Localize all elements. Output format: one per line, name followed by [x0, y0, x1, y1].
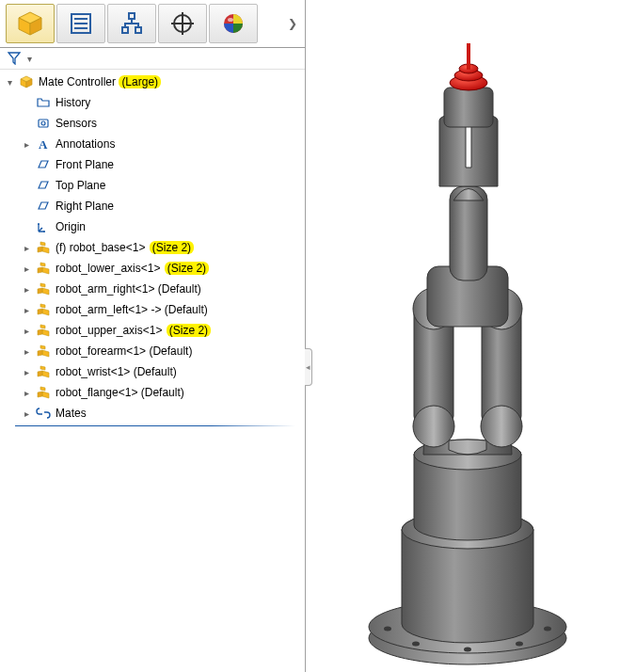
sensor-icon [35, 115, 52, 132]
tree-rollback-bar[interactable] [15, 425, 295, 426]
svg-marker-39 [40, 366, 45, 370]
expand-icon[interactable]: ▸ [21, 283, 32, 295]
annotation-icon: A [35, 136, 52, 152]
svg-rect-8 [122, 27, 128, 33]
feature-tree-panel: ❯ ▾ ▾ Mate Controller (Large) [0, 0, 306, 672]
svg-marker-32 [38, 309, 42, 314]
tree-item-robot-arm-right[interactable]: ▸ robot_arm_right<1> (Default) [21, 279, 305, 299]
expand-icon[interactable]: ▸ [21, 345, 32, 357]
tab-appearance[interactable] [209, 4, 258, 43]
svg-marker-36 [40, 345, 45, 349]
svg-marker-28 [42, 288, 49, 295]
plane-icon [35, 198, 52, 215]
tree-item-label: robot_lower_axis<1> (Size 2) [55, 262, 210, 275]
svg-rect-18 [39, 120, 48, 127]
list-icon [69, 11, 93, 36]
assembly-icon [18, 73, 35, 90]
tree-item-mates[interactable]: ▸ Mates [21, 403, 305, 424]
svg-point-14 [228, 18, 233, 22]
svg-text:A: A [39, 137, 48, 152]
svg-rect-62 [444, 88, 493, 127]
tree-item-label: Mates [55, 407, 87, 420]
tree-item-label: robot_forearm<1> (Default) [55, 344, 193, 358]
tree-item-label: History [55, 96, 91, 109]
svg-point-47 [384, 627, 391, 632]
tree-item-history[interactable]: History [21, 92, 305, 113]
tree-item-robot-forearm[interactable]: ▸ robot_forearm<1> (Default) [21, 341, 305, 361]
expand-icon[interactable]: ▸ [21, 304, 32, 315]
tree-item-label: (f) robot_base<1> (Size 2) [55, 241, 195, 254]
tree-item-robot-lower-axis[interactable]: ▸ robot_lower_axis<1> (Size 2) [21, 258, 305, 279]
expand-icon[interactable]: ▸ [21, 138, 32, 150]
tree-item-label: Right Plane [55, 200, 115, 213]
tree-item-annotations[interactable]: ▸ A Annotations [21, 134, 305, 154]
svg-marker-34 [42, 329, 49, 336]
svg-marker-30 [40, 304, 45, 308]
target-icon [170, 11, 195, 36]
expand-icon[interactable]: ▸ [21, 242, 32, 253]
panel-tab-toolbar: ❯ [0, 0, 305, 48]
svg-point-55 [413, 406, 454, 447]
part-icon [35, 343, 52, 360]
panel-collapse-handle[interactable]: ◂ [305, 348, 312, 386]
tree-item-robot-arm-left[interactable]: ▸ robot_arm_left<1> -> (Default) [21, 299, 305, 320]
part-icon [35, 280, 52, 297]
expand-icon[interactable]: ▸ [21, 408, 32, 419]
tree-item-robot-base[interactable]: ▸ (f) robot_base<1> (Size 2) [21, 237, 305, 258]
funnel-icon[interactable] [6, 50, 23, 67]
graphics-viewport[interactable]: ◂ [306, 0, 620, 672]
tab-dimxpert[interactable] [158, 4, 207, 43]
mates-icon [35, 405, 52, 422]
feature-tree: ▾ Mate Controller (Large) History [0, 70, 305, 672]
tree-item-label: robot_wrist<1> (Default) [55, 365, 178, 378]
svg-marker-25 [42, 267, 49, 274]
svg-marker-40 [42, 371, 49, 377]
tree-item-robot-flange[interactable]: ▸ robot_flange<1> (Default) [21, 382, 305, 403]
svg-marker-44 [38, 392, 42, 397]
tree-item-right-plane[interactable]: Right Plane [21, 196, 305, 216]
tab-configuration-manager[interactable] [107, 4, 156, 43]
part-icon [35, 239, 52, 256]
svg-marker-21 [40, 242, 45, 246]
tab-property-manager[interactable] [56, 4, 105, 43]
filter-dropdown[interactable]: ▾ [24, 53, 35, 64]
tree-item-front-plane[interactable]: Front Plane [21, 154, 305, 175]
origin-icon [35, 218, 52, 235]
tree-item-label: Origin [55, 220, 87, 233]
svg-marker-33 [40, 325, 45, 328]
tree-item-top-plane[interactable]: Top Plane [21, 175, 305, 196]
hierarchy-icon [119, 11, 144, 36]
tree-item-sensors[interactable]: Sensors [21, 113, 305, 134]
filter-row: ▾ [0, 48, 305, 70]
plane-icon [35, 177, 52, 194]
svg-marker-37 [42, 350, 49, 357]
collapse-icon[interactable]: ▾ [4, 76, 15, 88]
expand-icon[interactable]: ▸ [21, 387, 32, 398]
tree-item-label: robot_flange<1> (Default) [55, 386, 185, 399]
expand-icon[interactable]: ▸ [21, 366, 32, 377]
expand-icon[interactable]: ▸ [21, 263, 32, 274]
expand-icon[interactable]: ▸ [21, 325, 32, 336]
tree-root[interactable]: ▾ Mate Controller (Large) [4, 72, 305, 92]
svg-marker-31 [42, 309, 49, 315]
tree-item-label: robot_arm_left<1> -> (Default) [55, 303, 209, 316]
part-icon [35, 363, 52, 380]
cube-icon [16, 9, 44, 38]
tree-item-robot-upper-axis[interactable]: ▸ robot_upper_axis<1> (Size 2) [21, 320, 305, 341]
part-icon [35, 301, 52, 318]
tree-item-label: robot_upper_axis<1> (Size 2) [55, 324, 212, 337]
toolbar-overflow[interactable]: ❯ [286, 4, 299, 43]
svg-point-58 [481, 406, 522, 447]
svg-rect-66 [467, 43, 470, 70]
tree-item-label: Top Plane [55, 179, 106, 192]
tree-item-origin[interactable]: Origin [21, 216, 305, 237]
svg-point-19 [41, 121, 45, 125]
svg-marker-27 [40, 283, 45, 287]
svg-marker-38 [38, 350, 42, 356]
svg-marker-23 [38, 247, 42, 252]
tab-feature-manager[interactable] [6, 4, 55, 43]
svg-marker-35 [38, 329, 42, 335]
color-sphere-icon [221, 11, 246, 36]
part-icon [35, 260, 52, 277]
tree-item-robot-wrist[interactable]: ▸ robot_wrist<1> (Default) [21, 361, 305, 382]
